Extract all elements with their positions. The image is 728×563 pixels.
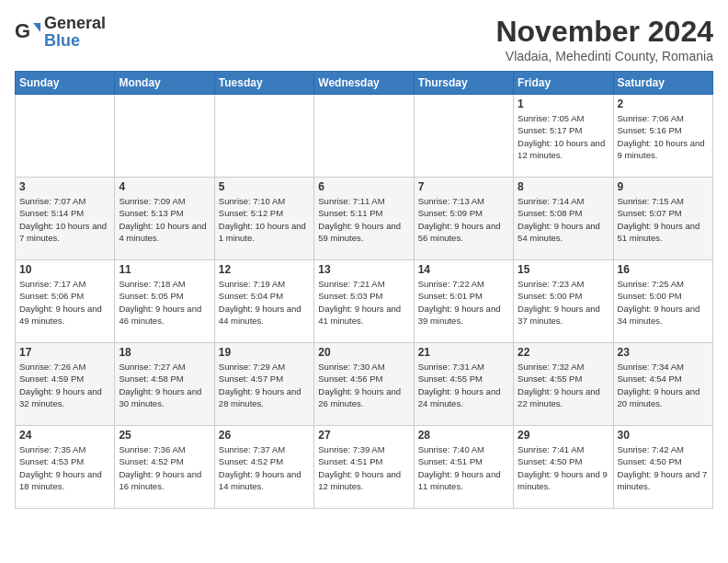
day-number: 23 xyxy=(618,346,709,359)
day-info: Sunrise: 7:36 AM Sunset: 4:52 PM Dayligh… xyxy=(119,443,210,492)
weekday-header-row: SundayMondayTuesdayWednesdayThursdayFrid… xyxy=(16,72,713,95)
calendar-cell: 25Sunrise: 7:36 AM Sunset: 4:52 PM Dayli… xyxy=(115,426,214,509)
weekday-header: Friday xyxy=(514,72,613,95)
calendar-cell: 20Sunrise: 7:30 AM Sunset: 4:56 PM Dayli… xyxy=(314,343,414,426)
day-info: Sunrise: 7:35 AM Sunset: 4:53 PM Dayligh… xyxy=(19,443,110,492)
weekday-header: Monday xyxy=(115,72,214,95)
calendar-cell: 17Sunrise: 7:26 AM Sunset: 4:59 PM Dayli… xyxy=(16,343,115,426)
day-number: 21 xyxy=(418,346,509,359)
day-info: Sunrise: 7:26 AM Sunset: 4:59 PM Dayligh… xyxy=(19,361,110,409)
day-info: Sunrise: 7:30 AM Sunset: 4:56 PM Dayligh… xyxy=(318,361,409,409)
svg-text:G: G xyxy=(15,19,30,42)
calendar-cell: 21Sunrise: 7:31 AM Sunset: 4:55 PM Dayli… xyxy=(414,343,513,426)
weekday-header: Saturday xyxy=(613,72,712,95)
weekday-header: Tuesday xyxy=(214,72,313,95)
day-number: 2 xyxy=(618,98,709,110)
calendar-cell: 7Sunrise: 7:13 AM Sunset: 5:09 PM Daylig… xyxy=(414,178,513,260)
calendar-cell xyxy=(16,95,115,178)
day-number: 27 xyxy=(318,429,409,442)
calendar-cell: 26Sunrise: 7:37 AM Sunset: 4:52 PM Dayli… xyxy=(214,426,313,509)
day-info: Sunrise: 7:10 AM Sunset: 5:12 PM Dayligh… xyxy=(219,195,310,244)
day-number: 29 xyxy=(518,429,609,442)
calendar-cell: 14Sunrise: 7:22 AM Sunset: 5:01 PM Dayli… xyxy=(414,260,513,343)
calendar-cell xyxy=(414,95,513,178)
title-area: November 2024 Vladaia, Mehedinti County,… xyxy=(495,15,713,63)
calendar-week-row: 10Sunrise: 7:17 AM Sunset: 5:06 PM Dayli… xyxy=(16,260,713,343)
day-info: Sunrise: 7:27 AM Sunset: 4:58 PM Dayligh… xyxy=(119,361,210,409)
calendar-week-row: 3Sunrise: 7:07 AM Sunset: 5:14 PM Daylig… xyxy=(16,178,713,260)
day-number: 19 xyxy=(219,346,310,359)
calendar-week-row: 24Sunrise: 7:35 AM Sunset: 4:53 PM Dayli… xyxy=(16,426,713,509)
calendar-cell: 2Sunrise: 7:06 AM Sunset: 5:16 PM Daylig… xyxy=(613,95,712,178)
calendar-cell: 18Sunrise: 7:27 AM Sunset: 4:58 PM Dayli… xyxy=(115,343,214,426)
location-title: Vladaia, Mehedinti County, Romania xyxy=(495,49,713,63)
day-info: Sunrise: 7:21 AM Sunset: 5:03 PM Dayligh… xyxy=(318,278,409,327)
calendar-cell: 12Sunrise: 7:19 AM Sunset: 5:04 PM Dayli… xyxy=(214,260,313,343)
calendar-cell: 16Sunrise: 7:25 AM Sunset: 5:00 PM Dayli… xyxy=(613,260,712,343)
day-number: 11 xyxy=(119,263,210,276)
calendar-cell: 22Sunrise: 7:32 AM Sunset: 4:55 PM Dayli… xyxy=(514,343,613,426)
day-number: 5 xyxy=(219,180,310,193)
day-info: Sunrise: 7:05 AM Sunset: 5:17 PM Dayligh… xyxy=(518,112,609,161)
day-info: Sunrise: 7:23 AM Sunset: 5:00 PM Dayligh… xyxy=(518,278,609,327)
day-number: 3 xyxy=(19,180,110,193)
calendar-week-row: 1Sunrise: 7:05 AM Sunset: 5:17 PM Daylig… xyxy=(16,95,713,178)
day-number: 4 xyxy=(119,180,210,193)
calendar-cell: 11Sunrise: 7:18 AM Sunset: 5:05 PM Dayli… xyxy=(115,260,214,343)
month-title: November 2024 xyxy=(495,15,713,49)
day-info: Sunrise: 7:11 AM Sunset: 5:11 PM Dayligh… xyxy=(318,195,409,244)
day-number: 26 xyxy=(219,429,310,442)
day-info: Sunrise: 7:13 AM Sunset: 5:09 PM Dayligh… xyxy=(418,195,509,244)
logo: G General Blue xyxy=(15,15,106,50)
svg-marker-1 xyxy=(33,23,40,32)
day-info: Sunrise: 7:39 AM Sunset: 4:51 PM Dayligh… xyxy=(318,443,409,492)
day-info: Sunrise: 7:32 AM Sunset: 4:55 PM Dayligh… xyxy=(518,361,609,409)
calendar-cell xyxy=(314,95,414,178)
weekday-header: Wednesday xyxy=(314,72,414,95)
logo-blue: Blue xyxy=(44,31,80,50)
day-number: 12 xyxy=(219,263,310,276)
calendar-cell: 13Sunrise: 7:21 AM Sunset: 5:03 PM Dayli… xyxy=(314,260,414,343)
day-info: Sunrise: 7:40 AM Sunset: 4:51 PM Dayligh… xyxy=(418,443,509,492)
day-number: 24 xyxy=(19,429,110,442)
calendar-cell: 6Sunrise: 7:11 AM Sunset: 5:11 PM Daylig… xyxy=(314,178,414,260)
day-info: Sunrise: 7:42 AM Sunset: 4:50 PM Dayligh… xyxy=(618,443,709,492)
calendar-cell: 23Sunrise: 7:34 AM Sunset: 4:54 PM Dayli… xyxy=(613,343,712,426)
day-info: Sunrise: 7:15 AM Sunset: 5:07 PM Dayligh… xyxy=(618,195,709,244)
calendar-cell: 8Sunrise: 7:14 AM Sunset: 5:08 PM Daylig… xyxy=(514,178,613,260)
day-number: 25 xyxy=(119,429,210,442)
day-info: Sunrise: 7:25 AM Sunset: 5:00 PM Dayligh… xyxy=(618,278,709,327)
calendar-table: SundayMondayTuesdayWednesdayThursdayFrid… xyxy=(15,71,713,509)
day-info: Sunrise: 7:41 AM Sunset: 4:50 PM Dayligh… xyxy=(518,443,609,492)
day-number: 30 xyxy=(618,429,709,442)
calendar-cell xyxy=(115,95,214,178)
logo-general: General xyxy=(44,14,106,32)
calendar-cell: 27Sunrise: 7:39 AM Sunset: 4:51 PM Dayli… xyxy=(314,426,414,509)
day-number: 16 xyxy=(618,263,709,276)
day-info: Sunrise: 7:09 AM Sunset: 5:13 PM Dayligh… xyxy=(119,195,210,244)
day-number: 22 xyxy=(518,346,609,359)
calendar-cell: 4Sunrise: 7:09 AM Sunset: 5:13 PM Daylig… xyxy=(115,178,214,260)
calendar-cell: 29Sunrise: 7:41 AM Sunset: 4:50 PM Dayli… xyxy=(514,426,613,509)
day-info: Sunrise: 7:37 AM Sunset: 4:52 PM Dayligh… xyxy=(219,443,310,492)
day-info: Sunrise: 7:34 AM Sunset: 4:54 PM Dayligh… xyxy=(618,361,709,409)
calendar-cell xyxy=(214,95,313,178)
day-number: 9 xyxy=(618,180,709,193)
day-number: 10 xyxy=(19,263,110,276)
day-number: 17 xyxy=(19,346,110,359)
day-number: 15 xyxy=(518,263,609,276)
day-number: 20 xyxy=(318,346,409,359)
calendar-cell: 15Sunrise: 7:23 AM Sunset: 5:00 PM Dayli… xyxy=(514,260,613,343)
day-info: Sunrise: 7:29 AM Sunset: 4:57 PM Dayligh… xyxy=(219,361,310,409)
day-number: 1 xyxy=(518,98,609,110)
day-info: Sunrise: 7:14 AM Sunset: 5:08 PM Dayligh… xyxy=(518,195,609,244)
day-info: Sunrise: 7:22 AM Sunset: 5:01 PM Dayligh… xyxy=(418,278,509,327)
day-number: 18 xyxy=(119,346,210,359)
day-info: Sunrise: 7:17 AM Sunset: 5:06 PM Dayligh… xyxy=(19,278,110,327)
calendar-cell: 3Sunrise: 7:07 AM Sunset: 5:14 PM Daylig… xyxy=(16,178,115,260)
header: G General Blue November 2024 Vladaia, Me… xyxy=(15,15,713,63)
calendar-cell: 30Sunrise: 7:42 AM Sunset: 4:50 PM Dayli… xyxy=(613,426,712,509)
day-number: 7 xyxy=(418,180,509,193)
weekday-header: Sunday xyxy=(16,72,115,95)
calendar-cell: 5Sunrise: 7:10 AM Sunset: 5:12 PM Daylig… xyxy=(214,178,313,260)
